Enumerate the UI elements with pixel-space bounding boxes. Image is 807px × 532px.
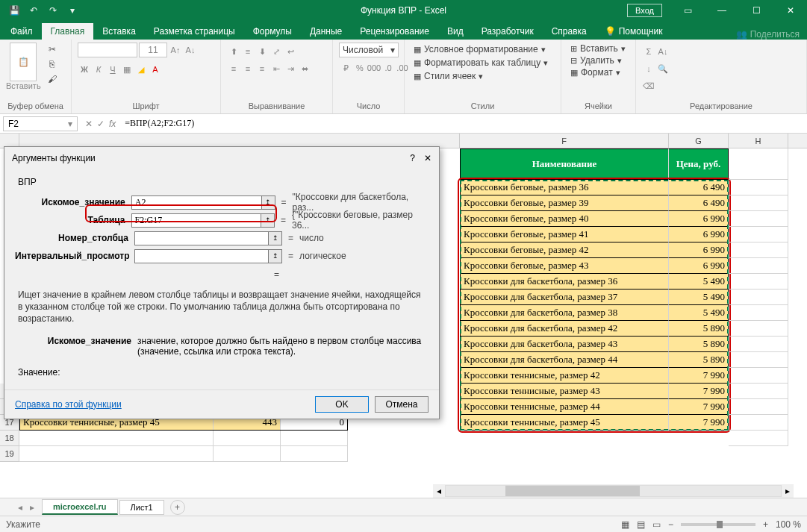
italic-button[interactable]: К [92,63,105,76]
share-button[interactable]: 👥Поделиться [729,29,807,40]
close-icon[interactable]: ✕ [424,153,431,163]
align-right-icon[interactable]: ≡ [255,62,269,75]
help-icon[interactable]: ? [410,153,415,163]
empty-cell[interactable] [729,195,788,211]
comma-icon[interactable]: 000 [367,61,381,75]
orientation-icon[interactable]: ⤢ [269,45,283,58]
arg-input-1[interactable] [131,213,262,228]
scroll-thumb[interactable] [505,486,640,496]
arg-input-3[interactable] [134,249,269,263]
table-cell[interactable]: Кроссовки беговые, размер 42 [460,242,669,258]
tab-developer[interactable]: Разработчик [473,23,543,40]
indent-dec-icon[interactable]: ⇤ [269,62,283,75]
zoom-slider[interactable] [681,523,755,526]
undo-icon[interactable]: ↶ [25,2,42,19]
tab-file[interactable]: Файл [1,23,42,40]
empty-cell[interactable] [214,431,281,446]
table-cell[interactable]: 6 490 [669,180,729,195]
tell-me[interactable]: 💡Помощник [596,23,672,40]
table-cell[interactable]: 5 490 [669,305,729,321]
delete-cells-button[interactable]: ⊟ Удалить ▾ [567,54,625,66]
format-painter-icon[interactable]: 🖌 [44,72,60,86]
format-table-button[interactable]: ▦ Форматировать как таблицу ▾ [411,56,551,69]
range-selector-icon[interactable]: ↥ [269,231,282,245]
paste-button[interactable]: 📋 [10,43,37,81]
table-cell[interactable]: 7 990 [669,384,729,399]
empty-cell[interactable] [729,431,788,446]
scroll-left-icon[interactable]: ◂ [433,486,445,496]
empty-cell[interactable] [729,211,788,227]
empty-cell[interactable] [729,290,788,305]
table-cell[interactable]: 6 990 [669,258,729,274]
col-header[interactable]: F [460,134,669,148]
copy-icon[interactable]: ⎘ [44,57,60,71]
empty-cell[interactable] [729,384,788,399]
tab-insert[interactable]: Вставка [93,23,145,40]
bold-button[interactable]: Ж [78,63,91,76]
table-cell[interactable]: 5 890 [669,321,729,337]
percent-icon[interactable]: % [353,61,367,75]
arg-input-2[interactable] [134,231,269,245]
align-center-icon[interactable]: ≡ [241,62,255,75]
sheet-nav-prev-icon[interactable]: ◂ [18,502,22,513]
underline-button[interactable]: Ч [106,63,119,76]
sheet-tab[interactable]: microexcel.ru [42,499,118,515]
table-cell[interactable]: Кроссовки беговые, размер 39 [460,195,669,211]
cancel-button[interactable]: Отмена [375,396,429,413]
zoom-out-icon[interactable]: − [668,519,673,530]
tab-view[interactable]: Вид [438,23,473,40]
col-header[interactable]: G [669,134,729,148]
redo-icon[interactable]: ↷ [45,2,61,19]
scroll-right-icon[interactable]: ▸ [782,486,794,496]
view-normal-icon[interactable]: ▦ [621,519,629,530]
empty-cell[interactable] [729,242,788,258]
empty-cell[interactable] [729,321,788,337]
scroll-track[interactable] [445,485,782,497]
font-size-combo[interactable] [139,43,167,57]
number-format-combo[interactable]: Числовой▾ [339,43,399,57]
empty-cell[interactable] [729,227,788,242]
table-cell[interactable]: 7 990 [669,415,729,431]
cancel-formula-icon[interactable]: ✕ [85,119,93,129]
empty-cell[interactable] [281,431,348,446]
range-selector-icon[interactable]: ↥ [261,213,275,228]
empty-cell[interactable] [729,337,788,352]
align-top-icon[interactable]: ⬆ [227,45,240,58]
table-cell[interactable]: 7 990 [669,368,729,384]
table-cell[interactable]: Кроссовки для баскетбола, размер 44 [460,352,669,368]
empty-cell[interactable] [729,368,788,384]
currency-icon[interactable]: ₽ [339,61,352,75]
empty-cell[interactable] [729,305,788,321]
autosum-icon[interactable]: Σ [642,45,655,58]
table-cell[interactable]: 5 490 [669,290,729,305]
align-left-icon[interactable]: ≡ [227,62,240,75]
add-sheet-icon[interactable]: + [170,500,185,515]
row-header[interactable]: 19 [0,446,19,462]
name-box[interactable]: F2▾ [3,116,78,131]
format-cells-button[interactable]: ▦ Формат ▾ [567,66,623,78]
ribbon-options-icon[interactable]: ▭ [671,0,704,21]
enter-formula-icon[interactable]: ✓ [97,119,105,129]
sheet-nav-next-icon[interactable]: ▸ [30,502,34,513]
ok-button[interactable]: OK [315,396,369,413]
range-selector-icon[interactable]: ↥ [269,249,282,263]
save-icon[interactable]: 💾 [6,2,22,19]
tab-help[interactable]: Справка [543,23,596,40]
table-cell[interactable]: Кроссовки беговые, размер 36 [460,180,669,195]
table-cell[interactable]: 5 890 [669,352,729,368]
zoom-in-icon[interactable]: + [763,519,768,530]
minimize-icon[interactable]: — [705,0,738,21]
signin-button[interactable]: Вход [627,4,662,17]
find-icon[interactable]: 🔍 [656,62,670,75]
table-cell[interactable]: Кроссовки для баскетбола, размер 37 [460,290,669,305]
table-cell[interactable]: 6 990 [669,227,729,242]
table-cell[interactable]: Кроссовки теннисные, размер 44 [460,399,669,415]
col-header[interactable]: H [729,134,788,148]
table-cell[interactable]: Кроссовки для баскетбола, размер 43 [460,337,669,352]
close-icon[interactable]: ✕ [774,0,807,21]
help-link[interactable]: Справка по этой функции [15,399,122,410]
empty-cell[interactable] [729,274,788,290]
table-cell[interactable]: 6 990 [669,211,729,227]
align-bottom-icon[interactable]: ⬇ [255,45,269,58]
inc-dec-icon[interactable]: .0 [381,61,395,75]
